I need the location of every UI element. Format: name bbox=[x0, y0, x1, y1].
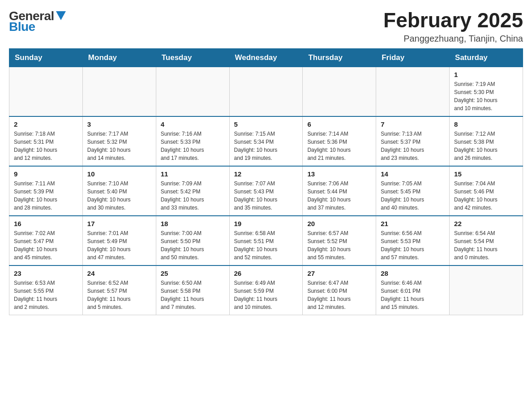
day-number: 18 bbox=[161, 220, 225, 227]
day-number: 7 bbox=[381, 120, 445, 128]
calendar-cell: 4Sunrise: 7:16 AM Sunset: 5:33 PM Daylig… bbox=[156, 116, 229, 166]
day-number: 15 bbox=[454, 170, 518, 178]
day-number: 21 bbox=[381, 220, 445, 227]
day-number: 12 bbox=[234, 170, 298, 178]
calendar-header-friday: Friday bbox=[376, 48, 450, 67]
calendar-cell: 1Sunrise: 7:19 AM Sunset: 5:30 PM Daylig… bbox=[450, 67, 523, 116]
day-number: 5 bbox=[234, 120, 298, 128]
day-number: 4 bbox=[161, 120, 225, 128]
calendar-cell: 8Sunrise: 7:12 AM Sunset: 5:38 PM Daylig… bbox=[450, 116, 523, 166]
day-number: 25 bbox=[161, 270, 225, 277]
day-info: Sunrise: 6:50 AM Sunset: 5:58 PM Dayligh… bbox=[161, 279, 225, 311]
calendar-cell bbox=[450, 265, 523, 315]
logo-blue-text: Blue bbox=[9, 20, 35, 34]
day-info: Sunrise: 7:12 AM Sunset: 5:38 PM Dayligh… bbox=[454, 130, 518, 162]
calendar-cell: 23Sunrise: 6:53 AM Sunset: 5:55 PM Dayli… bbox=[9, 265, 83, 315]
calendar-cell bbox=[9, 67, 83, 116]
calendar-cell: 12Sunrise: 7:07 AM Sunset: 5:43 PM Dayli… bbox=[229, 166, 303, 216]
calendar-cell: 5Sunrise: 7:15 AM Sunset: 5:34 PM Daylig… bbox=[229, 116, 303, 166]
day-info: Sunrise: 6:56 AM Sunset: 5:53 PM Dayligh… bbox=[381, 229, 445, 261]
day-info: Sunrise: 7:10 AM Sunset: 5:40 PM Dayligh… bbox=[87, 180, 151, 212]
calendar-cell bbox=[156, 67, 229, 116]
calendar-cell bbox=[229, 67, 303, 116]
day-info: Sunrise: 7:16 AM Sunset: 5:33 PM Dayligh… bbox=[161, 130, 225, 162]
day-info: Sunrise: 6:52 AM Sunset: 5:57 PM Dayligh… bbox=[87, 279, 151, 311]
calendar-cell: 7Sunrise: 7:13 AM Sunset: 5:37 PM Daylig… bbox=[376, 116, 450, 166]
calendar-week-row: 16Sunrise: 7:02 AM Sunset: 5:47 PM Dayli… bbox=[9, 216, 523, 265]
day-number: 17 bbox=[87, 220, 151, 227]
day-info: Sunrise: 7:11 AM Sunset: 5:39 PM Dayligh… bbox=[14, 180, 78, 212]
day-number: 1 bbox=[454, 71, 518, 78]
title-section: February 2025 Panggezhuang, Tianjin, Chi… bbox=[383, 9, 523, 44]
day-number: 10 bbox=[87, 170, 151, 178]
day-number: 28 bbox=[381, 270, 445, 277]
day-info: Sunrise: 6:58 AM Sunset: 5:51 PM Dayligh… bbox=[234, 229, 298, 261]
logo-arrow-icon bbox=[56, 11, 66, 20]
calendar-cell: 24Sunrise: 6:52 AM Sunset: 5:57 PM Dayli… bbox=[82, 265, 156, 315]
month-title: February 2025 bbox=[383, 9, 523, 32]
calendar-cell: 19Sunrise: 6:58 AM Sunset: 5:51 PM Dayli… bbox=[229, 216, 303, 265]
day-number: 14 bbox=[381, 170, 445, 178]
day-info: Sunrise: 7:19 AM Sunset: 5:30 PM Dayligh… bbox=[454, 80, 518, 112]
calendar-cell: 3Sunrise: 7:17 AM Sunset: 5:32 PM Daylig… bbox=[82, 116, 156, 166]
day-number: 16 bbox=[14, 220, 78, 227]
day-info: Sunrise: 6:49 AM Sunset: 5:59 PM Dayligh… bbox=[234, 279, 298, 311]
calendar-cell: 15Sunrise: 7:04 AM Sunset: 5:46 PM Dayli… bbox=[450, 166, 523, 216]
calendar-header-thursday: Thursday bbox=[303, 48, 376, 67]
calendar-table: SundayMondayTuesdayWednesdayThursdayFrid… bbox=[9, 48, 523, 315]
day-info: Sunrise: 6:57 AM Sunset: 5:52 PM Dayligh… bbox=[307, 229, 371, 261]
day-number: 9 bbox=[14, 170, 78, 178]
day-info: Sunrise: 6:54 AM Sunset: 5:54 PM Dayligh… bbox=[454, 229, 518, 261]
calendar-header-sunday: Sunday bbox=[9, 48, 83, 67]
calendar-week-row: 9Sunrise: 7:11 AM Sunset: 5:39 PM Daylig… bbox=[9, 166, 523, 216]
calendar-cell: 6Sunrise: 7:14 AM Sunset: 5:36 PM Daylig… bbox=[303, 116, 376, 166]
calendar-week-row: 2Sunrise: 7:18 AM Sunset: 5:31 PM Daylig… bbox=[9, 116, 523, 166]
day-number: 19 bbox=[234, 220, 298, 227]
day-number: 26 bbox=[234, 270, 298, 277]
calendar-cell: 21Sunrise: 6:56 AM Sunset: 5:53 PM Dayli… bbox=[376, 216, 450, 265]
logo: General Blue bbox=[9, 9, 66, 34]
calendar-cell: 26Sunrise: 6:49 AM Sunset: 5:59 PM Dayli… bbox=[229, 265, 303, 315]
day-info: Sunrise: 7:06 AM Sunset: 5:44 PM Dayligh… bbox=[307, 180, 371, 212]
calendar-cell: 13Sunrise: 7:06 AM Sunset: 5:44 PM Dayli… bbox=[303, 166, 376, 216]
day-number: 20 bbox=[307, 220, 371, 227]
day-info: Sunrise: 7:02 AM Sunset: 5:47 PM Dayligh… bbox=[14, 229, 78, 261]
location: Panggezhuang, Tianjin, China bbox=[383, 34, 523, 44]
svg-marker-0 bbox=[56, 11, 66, 20]
day-info: Sunrise: 7:15 AM Sunset: 5:34 PM Dayligh… bbox=[234, 130, 298, 162]
calendar-week-row: 23Sunrise: 6:53 AM Sunset: 5:55 PM Dayli… bbox=[9, 265, 523, 315]
day-info: Sunrise: 7:07 AM Sunset: 5:43 PM Dayligh… bbox=[234, 180, 298, 212]
calendar-cell: 28Sunrise: 6:46 AM Sunset: 6:01 PM Dayli… bbox=[376, 265, 450, 315]
calendar-cell: 20Sunrise: 6:57 AM Sunset: 5:52 PM Dayli… bbox=[303, 216, 376, 265]
day-number: 22 bbox=[454, 220, 518, 227]
day-number: 3 bbox=[87, 120, 151, 128]
day-info: Sunrise: 7:14 AM Sunset: 5:36 PM Dayligh… bbox=[307, 130, 371, 162]
day-info: Sunrise: 7:17 AM Sunset: 5:32 PM Dayligh… bbox=[87, 130, 151, 162]
calendar-cell: 25Sunrise: 6:50 AM Sunset: 5:58 PM Dayli… bbox=[156, 265, 229, 315]
calendar-cell bbox=[82, 67, 156, 116]
calendar-cell: 9Sunrise: 7:11 AM Sunset: 5:39 PM Daylig… bbox=[9, 166, 83, 216]
day-number: 2 bbox=[14, 120, 78, 128]
calendar-cell bbox=[376, 67, 450, 116]
day-number: 24 bbox=[87, 270, 151, 277]
calendar-cell: 27Sunrise: 6:47 AM Sunset: 6:00 PM Dayli… bbox=[303, 265, 376, 315]
calendar-cell: 2Sunrise: 7:18 AM Sunset: 5:31 PM Daylig… bbox=[9, 116, 83, 166]
day-info: Sunrise: 7:05 AM Sunset: 5:45 PM Dayligh… bbox=[381, 180, 445, 212]
day-number: 13 bbox=[307, 170, 371, 178]
day-info: Sunrise: 7:00 AM Sunset: 5:50 PM Dayligh… bbox=[161, 229, 225, 261]
calendar-header-tuesday: Tuesday bbox=[156, 48, 229, 67]
calendar-cell bbox=[303, 67, 376, 116]
day-info: Sunrise: 7:01 AM Sunset: 5:49 PM Dayligh… bbox=[87, 229, 151, 261]
calendar-cell: 18Sunrise: 7:00 AM Sunset: 5:50 PM Dayli… bbox=[156, 216, 229, 265]
day-number: 27 bbox=[307, 270, 371, 277]
calendar-header-monday: Monday bbox=[82, 48, 156, 67]
day-info: Sunrise: 6:47 AM Sunset: 6:00 PM Dayligh… bbox=[307, 279, 371, 311]
day-info: Sunrise: 7:18 AM Sunset: 5:31 PM Dayligh… bbox=[14, 130, 78, 162]
day-number: 8 bbox=[454, 120, 518, 128]
day-info: Sunrise: 7:04 AM Sunset: 5:46 PM Dayligh… bbox=[454, 180, 518, 212]
day-info: Sunrise: 6:53 AM Sunset: 5:55 PM Dayligh… bbox=[14, 279, 78, 311]
calendar-header-wednesday: Wednesday bbox=[229, 48, 303, 67]
calendar-header-row: SundayMondayTuesdayWednesdayThursdayFrid… bbox=[9, 48, 523, 67]
calendar-cell: 17Sunrise: 7:01 AM Sunset: 5:49 PM Dayli… bbox=[82, 216, 156, 265]
day-info: Sunrise: 6:46 AM Sunset: 6:01 PM Dayligh… bbox=[381, 279, 445, 311]
